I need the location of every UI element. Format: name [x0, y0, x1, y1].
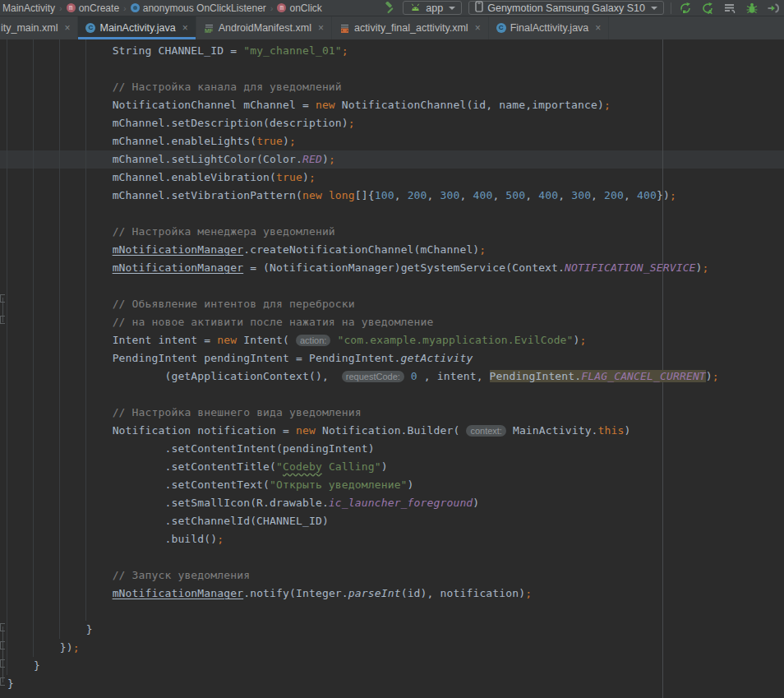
- code-line[interactable]: }: [7, 675, 784, 693]
- code-line[interactable]: Intent intent = new Intent( action: "com…: [7, 331, 784, 349]
- fold-marker[interactable]: [0, 316, 5, 324]
- fold-marker[interactable]: [0, 677, 5, 686]
- device-select-label: Genymotion Samsung Galaxy S10: [487, 2, 645, 14]
- apply-code-changes-button[interactable]: A: [700, 1, 714, 15]
- java-class-icon: C: [496, 23, 506, 33]
- logcat-button[interactable]: [722, 1, 736, 15]
- parameter-hint: context:: [466, 425, 506, 437]
- tab-bar: ity_main.xml×CMainActivity.java×MFAndroi…: [0, 16, 784, 39]
- code-line[interactable]: // Обьявление интентов для переброски: [7, 295, 784, 313]
- method-icon: m: [67, 3, 76, 12]
- tab-ity-main-xml[interactable]: ity_main.xml×: [0, 16, 78, 39]
- code-line[interactable]: [7, 603, 784, 621]
- toolbar-separator: [671, 2, 671, 14]
- code-line[interactable]: [7, 548, 784, 566]
- code-line[interactable]: mChannel.setDescription(description);: [7, 114, 784, 132]
- breadcrumb-separator: ›: [270, 3, 274, 13]
- code-line[interactable]: .build();: [7, 530, 784, 548]
- code-line[interactable]: mChannel.enableLights(true);: [7, 132, 784, 150]
- code-line[interactable]: // на новое активити после нажатия на ув…: [7, 313, 784, 331]
- build-hammer-button[interactable]: [382, 1, 396, 15]
- close-icon[interactable]: ×: [475, 22, 481, 34]
- breadcrumb-item-label: anonymous OnClickListener: [143, 2, 266, 14]
- fold-marker[interactable]: [0, 641, 5, 649]
- fold-marker[interactable]: [0, 659, 5, 668]
- code-line[interactable]: .setContentIntent(pendingIntent): [7, 440, 784, 458]
- tab-activity-final-acttivity-xml[interactable]: activity_final_acttivity.xml×: [332, 16, 489, 39]
- code-line[interactable]: [7, 386, 784, 404]
- android-icon: [409, 2, 422, 14]
- tab-mainactivity-java[interactable]: CMainActivity.java×: [78, 16, 196, 39]
- code-line[interactable]: [7, 205, 784, 223]
- code-line[interactable]: mNotificationManager = (NotificationMana…: [7, 259, 784, 277]
- code-line[interactable]: // Запуск уведомления: [7, 566, 784, 585]
- phone-icon: [475, 1, 483, 15]
- close-icon[interactable]: ×: [595, 22, 601, 34]
- close-icon[interactable]: ×: [64, 22, 70, 34]
- code-line[interactable]: // Настройка внешнего вида уведомления: [7, 404, 784, 422]
- device-select[interactable]: Genymotion Samsung Galaxy S10: [468, 1, 664, 15]
- code-line[interactable]: // Настройка канала для уведомлений: [7, 78, 784, 96]
- tab-label: ity_main.xml: [1, 22, 58, 34]
- code-line[interactable]: .setContentTitle("Codeby Calling"): [7, 458, 784, 476]
- toolbar-actions: A: [678, 1, 781, 15]
- code-line[interactable]: mChannel.setVibrationPattern(new long[]{…: [7, 187, 784, 205]
- fold-marker[interactable]: [0, 623, 5, 631]
- run-configuration-select[interactable]: app: [403, 1, 462, 15]
- svg-text:A: A: [708, 8, 713, 15]
- code-line[interactable]: .setSmallIcon(R.drawable.ic_launcher_for…: [7, 494, 784, 512]
- debug-button[interactable]: [745, 1, 759, 15]
- code-line[interactable]: // Настройка менеджера уведомлений: [7, 223, 784, 241]
- breadcrumb-separator: ›: [59, 3, 62, 13]
- code-line[interactable]: [7, 277, 784, 295]
- code-editor[interactable]: String CHANNEL_ID = "my_channel_01"; // …: [0, 39, 784, 698]
- breadcrumb: MainActivity›monCreate›anonymous OnClick…: [2, 2, 323, 14]
- svg-text:MF: MF: [205, 28, 214, 34]
- tab-label: MainActivity.java: [99, 22, 175, 34]
- breadcrumb-item[interactable]: MainActivity: [2, 2, 56, 14]
- method-icon: m: [277, 3, 286, 12]
- java-class-icon: C: [85, 23, 95, 33]
- close-icon[interactable]: ×: [182, 22, 188, 34]
- tab-label: AndroidManifest.xml: [219, 22, 311, 34]
- code-line[interactable]: });: [7, 639, 784, 657]
- code-line[interactable]: Notification notification = new Notifica…: [7, 422, 784, 440]
- layout-xml-file-icon: [339, 23, 350, 34]
- code-area[interactable]: String CHANNEL_ID = "my_channel_01"; // …: [7, 42, 784, 693]
- breadcrumb-item[interactable]: monCreate: [66, 2, 120, 14]
- code-line[interactable]: .setChannelId(CHANNEL_ID): [7, 512, 784, 530]
- breadcrumb-item-label: MainActivity: [2, 2, 55, 14]
- breadcrumb-bar: MainActivity›monCreate›anonymous OnClick…: [0, 0, 784, 16]
- manifest-file-icon: MF: [204, 23, 214, 34]
- ide-window: MainActivity›monCreate›anonymous OnClick…: [0, 0, 784, 698]
- breadcrumb-item[interactable]: anonymous OnClickListener: [130, 2, 267, 14]
- breadcrumb-separator: ›: [123, 3, 127, 13]
- tab-androidmanifest-xml[interactable]: MFAndroidManifest.xml×: [196, 16, 332, 39]
- code-line[interactable]: .setContentText("Открыть уведомление"): [7, 476, 784, 494]
- code-line[interactable]: }: [7, 621, 784, 639]
- parameter-hint: action:: [296, 335, 330, 346]
- code-line[interactable]: NotificationChannel mChannel = new Notif…: [7, 96, 784, 114]
- close-icon[interactable]: ×: [318, 22, 324, 34]
- fold-marker[interactable]: [0, 294, 5, 303]
- attach-debugger-button[interactable]: [767, 1, 781, 15]
- parameter-hint: requestCode:: [342, 371, 404, 382]
- run-configuration-label: app: [426, 2, 443, 14]
- class-icon: [131, 3, 140, 12]
- code-line[interactable]: (getApplicationContext(), requestCode: 0…: [7, 367, 784, 386]
- breadcrumb-item-label: onClick: [289, 2, 321, 14]
- tab-label: FinalActtivity.java: [510, 22, 589, 34]
- code-line[interactable]: mChannel.setLightColor(Color.RED);: [7, 150, 784, 169]
- code-line[interactable]: mNotificationManager.createNotificationC…: [7, 241, 784, 259]
- tab-finalacttivity-java[interactable]: CFinalActtivity.java×: [489, 16, 610, 39]
- code-line[interactable]: mChannel.enableVibration(true);: [7, 169, 784, 187]
- code-line[interactable]: mNotificationManager.notify(Integer.pars…: [7, 585, 784, 603]
- code-line[interactable]: PendingIntent pendingIntent = PendingInt…: [7, 349, 784, 367]
- breadcrumb-item-label: onCreate: [79, 2, 119, 14]
- code-line[interactable]: }: [7, 657, 784, 675]
- fold-region-line: [2, 626, 3, 682]
- breadcrumb-item[interactable]: monClick: [276, 2, 322, 14]
- apply-changes-button[interactable]: [678, 1, 692, 15]
- code-line[interactable]: [7, 60, 784, 78]
- code-line[interactable]: String CHANNEL_ID = "my_channel_01";: [7, 42, 784, 60]
